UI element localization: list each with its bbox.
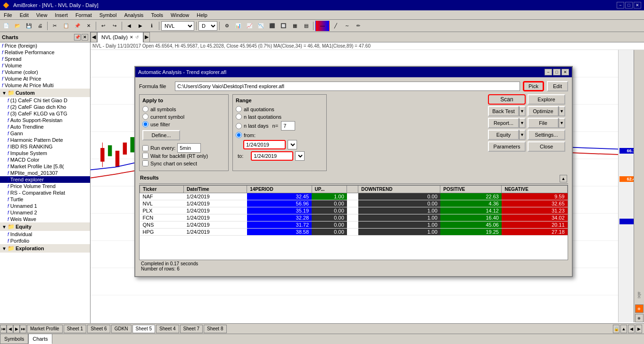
cell-negative: 34.02 <box>502 214 568 221</box>
from-date-picker[interactable]: ▼ <box>288 140 297 149</box>
col-up[interactable]: UP... <box>312 186 347 193</box>
formula-file-label: Formula file <box>139 83 172 89</box>
file-arrow[interactable]: ▼ <box>559 118 565 128</box>
formula-path-input[interactable] <box>175 82 520 91</box>
back-test-arrow[interactable]: ▼ <box>519 106 526 116</box>
settings-button[interactable]: Settings... <box>528 130 565 140</box>
cell-negative: 31.23 <box>502 207 568 214</box>
col-negative[interactable]: NEGATIVE <box>502 186 568 193</box>
radio-from-date[interactable]: from: <box>236 132 323 138</box>
explore-button[interactable]: Explore <box>528 94 565 105</box>
edit-button[interactable]: Edit <box>547 81 568 91</box>
results-thead: Ticker Date/Time 14PERIOD UP... DOWNTREN… <box>140 186 568 193</box>
file-button[interactable]: File <box>528 118 559 128</box>
modal-title-text: Automatic Analysis - Trend explorer.afl <box>138 69 226 75</box>
optimize-split: Optimize ▼ <box>528 106 565 116</box>
define-row: Define... <box>142 130 225 140</box>
cell-downtrend: 0.00 <box>358 193 440 200</box>
run-every-checkbox[interactable] <box>142 145 149 151</box>
col-positive[interactable]: POSITIVE <box>440 186 502 193</box>
radio-current-label: current symbol <box>150 114 184 120</box>
col-datetime[interactable]: Date/Time <box>184 186 247 193</box>
parameters-button[interactable]: Parameters <box>488 141 526 152</box>
cell-datetime: 1/24/2019 <box>184 221 247 229</box>
equity-arrow[interactable]: ▼ <box>519 130 526 140</box>
modal-close[interactable]: ✕ <box>561 69 569 75</box>
results-tbody: NAF 1/24/2019 32.45 1.00 0.00 22.63 9.59… <box>140 193 568 236</box>
close-button[interactable]: Close <box>528 141 565 152</box>
to-date-input[interactable] <box>251 151 293 161</box>
cell-negative: 9.59 <box>502 193 568 200</box>
report-button[interactable]: Report... <box>488 118 519 128</box>
radio-use-filter[interactable]: use filter <box>142 121 225 127</box>
backtest-optimize-row: Back Test ▼ Optimize ▼ <box>488 106 568 116</box>
col-downtrend[interactable]: DOWNTREND <box>358 186 440 193</box>
results-title: Results <box>140 175 159 182</box>
cell-positive: 14.12 <box>440 207 502 214</box>
radio-filter-label: use filter <box>150 122 170 127</box>
run-every-input[interactable] <box>177 143 201 153</box>
cell-downtrend: 1.00 <box>358 221 440 229</box>
radio-n-last-quotations[interactable]: n last quotations <box>236 114 323 120</box>
results-expand[interactable]: ▲ <box>560 175 567 182</box>
radio-all-quotations[interactable]: all quotations <box>236 106 323 112</box>
cell-period: 32.28 <box>247 214 312 221</box>
cell-flag <box>347 200 358 207</box>
results-footer: Completed in 0.17 seconds Number of rows… <box>139 260 568 272</box>
cell-period: 32.45 <box>247 193 312 200</box>
scan-button[interactable]: Scan <box>488 94 526 105</box>
wait-backfill-checkbox[interactable] <box>142 153 149 159</box>
cell-flag <box>347 207 358 214</box>
range-radio-group: all quotations n last quotations n last … <box>236 106 323 138</box>
pick-button[interactable]: Pick <box>523 81 544 91</box>
col-14period[interactable]: 14PERIOD <box>247 186 312 193</box>
n-value-input[interactable] <box>281 121 295 131</box>
cell-negative: 20.11 <box>502 221 568 229</box>
cell-period: 56.96 <box>247 200 312 207</box>
optimize-arrow[interactable]: ▼ <box>559 106 565 116</box>
cell-datetime: 1/24/2019 <box>184 193 247 200</box>
modal-maximize[interactable]: □ <box>553 69 561 75</box>
apply-to-box: Apply to all symbols current symbol use … <box>139 94 229 171</box>
modal-minimize[interactable]: − <box>545 69 552 75</box>
cell-downtrend: 1.00 <box>358 214 440 221</box>
sync-chart-row: Sync chart on select <box>142 160 225 166</box>
n-equals: n= <box>272 123 279 129</box>
result-row-fcn[interactable]: FCN 1/24/2019 32.28 0.00 1.00 16.40 34.0… <box>140 214 568 221</box>
formula-file-row: Formula file Pick Edit <box>139 81 568 91</box>
radio-current-symbol[interactable]: current symbol <box>142 114 225 120</box>
to-date-picker[interactable]: ▼ <box>295 151 305 161</box>
col-ticker[interactable]: Ticker <box>140 186 184 193</box>
report-split: Report... ▼ <box>488 118 526 128</box>
result-row-plx[interactable]: PLX 1/24/2019 35.19 0.00 1.00 14.12 31.2… <box>140 207 568 214</box>
report-arrow[interactable]: ▼ <box>519 118 526 128</box>
to-label: to: <box>238 153 243 159</box>
modal-dialog: Automatic Analysis - Trend explorer.afl … <box>134 66 573 277</box>
sync-chart-checkbox[interactable] <box>142 160 149 166</box>
equity-button[interactable]: Equity <box>488 130 519 140</box>
radio-all-symbols[interactable]: all symbols <box>142 106 225 112</box>
result-row-qns[interactable]: QNS 1/24/2019 31.72 0.00 1.00 45.06 20.1… <box>140 221 568 229</box>
range-all-label: all quotations <box>244 106 274 112</box>
radio-n-last-days[interactable]: n last days n= <box>236 121 323 131</box>
cell-positive: 19.25 <box>440 229 502 236</box>
define-button[interactable]: Define... <box>142 130 180 140</box>
cell-downtrend: 1.00 <box>358 229 440 236</box>
optimize-button[interactable]: Optimize <box>528 106 559 116</box>
result-row-naf[interactable]: NAF 1/24/2019 32.45 1.00 0.00 22.63 9.59 <box>140 193 568 200</box>
result-row-nvl[interactable]: NVL 1/24/2019 56.96 0.00 0.00 4.36 32.65 <box>140 200 568 207</box>
range-box: Range all quotations n last quotations n… <box>232 94 327 171</box>
run-every-label: Run every: <box>150 145 175 151</box>
result-row-hpg[interactable]: HPG 1/24/2019 38.58 0.00 1.00 19.25 27.1… <box>140 229 568 236</box>
back-test-button[interactable]: Back Test <box>488 106 519 116</box>
params-close-row: Parameters Close <box>488 141 568 152</box>
range-label: Range <box>236 98 323 103</box>
cell-ticker: FCN <box>140 214 184 221</box>
to-date-row: to: ▼ <box>238 151 323 161</box>
rows-count: Number of rows: 6 <box>141 266 566 271</box>
from-date-input[interactable] <box>243 140 286 149</box>
col-flag[interactable] <box>347 186 358 193</box>
cell-datetime: 1/24/2019 <box>184 200 247 207</box>
run-every-row: Run every: <box>142 143 225 153</box>
cell-ticker: QNS <box>140 221 184 229</box>
